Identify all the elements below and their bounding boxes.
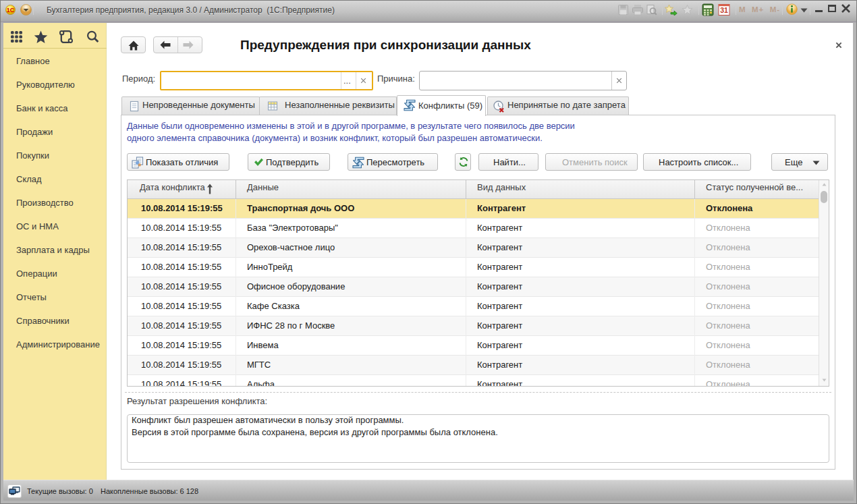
svg-text:1С: 1С <box>7 7 15 13</box>
svg-text:31: 31 <box>720 6 728 14</box>
